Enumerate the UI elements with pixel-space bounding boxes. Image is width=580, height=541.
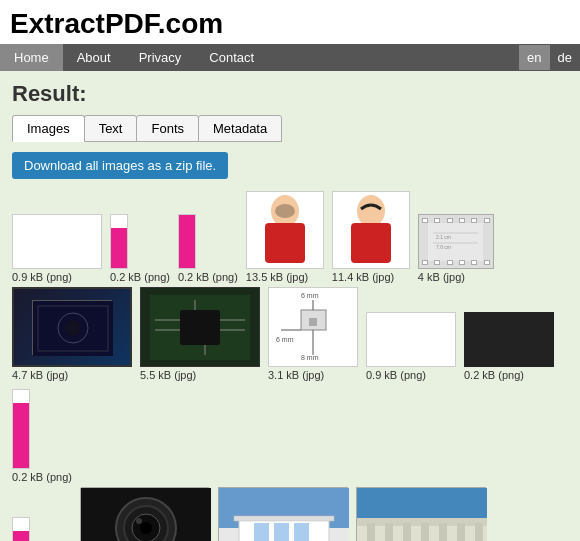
filmstrip-thumbnail: 2.1 cm 7.0 cm [418, 214, 494, 269]
lang-en[interactable]: en [519, 45, 549, 70]
main-content: Result: Images Text Fonts Metadata Downl… [0, 71, 580, 541]
image-label-lesson2: 0.9 kB (png) [366, 369, 426, 381]
images-row-1: Lesson 0.9 kB (png) 0.2 kB (png) 0.2 kB … [12, 191, 568, 283]
svg-text:7.0 cm: 7.0 cm [436, 244, 451, 250]
lesson-thumbnail-2: Lesson [366, 312, 456, 367]
woman2-thumbnail [332, 191, 410, 269]
svg-rect-49 [367, 523, 375, 541]
image-item-lens: 23.9 kB (jpg) [80, 487, 210, 541]
nav-about[interactable]: About [63, 44, 125, 71]
image-item-pinkbar1: 0.2 kB (png) [110, 214, 170, 283]
site-header: ExtractPDF.com [0, 0, 580, 44]
svg-point-2 [275, 204, 295, 218]
svg-rect-16 [180, 310, 220, 345]
woman1-thumbnail [246, 191, 324, 269]
sensor-thumbnail [12, 287, 132, 367]
image-item-darkrect: 0.2 kB (png) [464, 312, 554, 381]
svg-rect-45 [234, 516, 334, 521]
image-item-lesson1: Lesson 0.9 kB (png) [12, 214, 102, 283]
image-item-woman1: 13.5 kB (jpg) [246, 191, 324, 283]
nav-home[interactable]: Home [0, 44, 63, 71]
svg-rect-50 [385, 523, 393, 541]
dark-rectangle-thumbnail [464, 312, 554, 367]
svg-rect-4 [351, 223, 391, 263]
images-row-3: 0.2 kB (png) 23.9 kB (jpg) [12, 487, 568, 541]
tab-text[interactable]: Text [84, 115, 138, 142]
lang-de[interactable]: de [550, 45, 580, 70]
svg-rect-43 [294, 523, 309, 541]
image-item-pinkbar-tall: 0.2 kB (png) [12, 389, 72, 483]
diagram-thumbnail: 6 mm 6 mm 8 mm [268, 287, 358, 367]
circuit-thumbnail [140, 287, 260, 367]
image-label-lesson1: 0.9 kB (png) [12, 271, 72, 283]
svg-point-36 [140, 522, 152, 534]
image-item-circuit: 5.5 kB (jpg) [140, 287, 260, 381]
site-title: ExtractPDF.com [10, 8, 570, 40]
image-item-pinkbar-tiny: 0.2 kB (png) [12, 517, 72, 541]
tab-images[interactable]: Images [12, 115, 85, 142]
svg-text:8 mm: 8 mm [301, 354, 319, 361]
image-label-woman1: 13.5 kB (jpg) [246, 271, 308, 283]
image-label-woman2: 11.4 kB (jpg) [332, 271, 394, 283]
image-item-building: 5.7 kB (jpg) [218, 487, 348, 541]
svg-rect-1 [265, 223, 305, 263]
svg-rect-5 [428, 223, 483, 261]
image-item-woman2: 11.4 kB (jpg) [332, 191, 410, 283]
image-label-pinkbar-tall: 0.2 kB (png) [12, 471, 72, 483]
image-label-circuit: 5.5 kB (jpg) [140, 369, 196, 381]
image-item-colonnade: 6.6 kB (jpg) [356, 487, 486, 541]
svg-rect-54 [457, 523, 465, 541]
image-label-darkrect: 0.2 kB (png) [464, 369, 524, 381]
lens-thumbnail [80, 487, 210, 541]
tab-fonts[interactable]: Fonts [136, 115, 199, 142]
download-zip-button[interactable]: Download all images as a zip file. [12, 152, 228, 179]
image-label-sensor: 4.7 kB (jpg) [12, 369, 68, 381]
tab-metadata[interactable]: Metadata [198, 115, 282, 142]
svg-rect-41 [254, 523, 269, 541]
pink-bar-1 [111, 228, 127, 268]
svg-rect-53 [439, 523, 447, 541]
svg-text:2.1 cm: 2.1 cm [436, 234, 451, 240]
image-label-pinkbar1: 0.2 kB (png) [110, 271, 170, 283]
result-heading: Result: [12, 81, 568, 107]
svg-rect-52 [421, 523, 429, 541]
lesson-text-2: Lesson [379, 329, 442, 350]
image-label-pinkbar2: 0.2 kB (png) [178, 271, 238, 283]
images-row-2: 4.7 kB (jpg) 5.5 kB (jpg) [12, 287, 568, 483]
image-item-sensor: 4.7 kB (jpg) [12, 287, 132, 381]
image-label-filmstrip: 4 kB (jpg) [418, 271, 465, 283]
pink-bar-tall [13, 403, 29, 468]
pink-bar-tiny [13, 531, 29, 541]
svg-point-13 [65, 320, 81, 336]
image-item-lesson2: Lesson 0.9 kB (png) [366, 312, 456, 381]
image-label-diagram: 3.1 kB (jpg) [268, 369, 324, 381]
svg-text:6 mm: 6 mm [276, 336, 294, 343]
colonnade-thumbnail [356, 487, 486, 541]
image-item-pinkbar2: 0.2 kB (png) [178, 214, 238, 283]
svg-rect-51 [403, 523, 411, 541]
pink-bar-2 [179, 214, 195, 269]
svg-text:6 mm: 6 mm [301, 292, 319, 299]
image-item-diagram: 6 mm 6 mm 8 mm 3.1 kB (jpg) [268, 287, 358, 381]
nav-contact[interactable]: Contact [195, 44, 268, 71]
main-nav: Home About Privacy Contact en de [0, 44, 580, 71]
svg-rect-55 [475, 523, 483, 541]
building-thumbnail [218, 487, 348, 541]
image-item-filmstrip: 2.1 cm 7.0 cm 4 kB (jpg) [418, 214, 494, 283]
svg-rect-42 [274, 523, 289, 541]
lesson-thumbnail-1: Lesson [12, 214, 102, 269]
tab-bar: Images Text Fonts Metadata [12, 115, 568, 142]
lesson-text: Lesson [25, 231, 88, 252]
svg-point-37 [136, 518, 142, 524]
svg-rect-25 [309, 318, 317, 326]
svg-point-3 [357, 195, 385, 227]
language-switcher: en de [519, 45, 580, 70]
nav-privacy[interactable]: Privacy [125, 44, 196, 71]
